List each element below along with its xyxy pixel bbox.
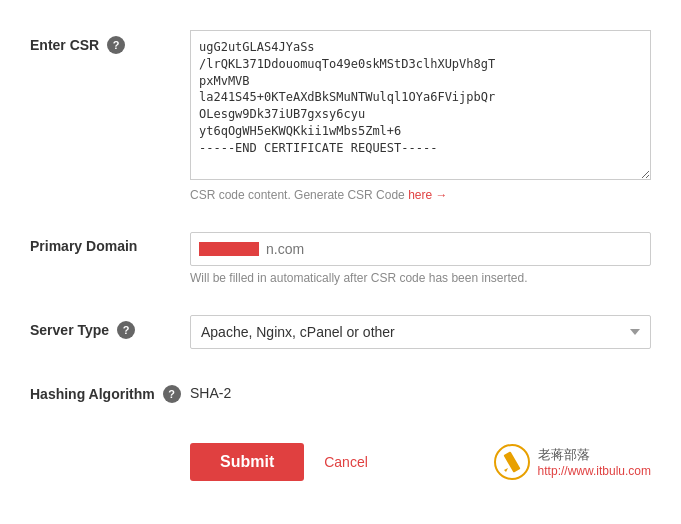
watermark-icon [494, 444, 530, 480]
server-type-field: Apache, Nginx, cPanel or otherIISTomcatO… [190, 315, 651, 349]
watermark-site-name: 老蒋部落 [538, 446, 651, 464]
form-actions: Submit Cancel 老蒋部落 http://www.itbulu.com [30, 423, 651, 491]
svg-marker-2 [504, 468, 508, 472]
primary-domain-label: Primary Domain [30, 232, 190, 254]
server-type-label-text: Server Type [30, 322, 109, 338]
hashing-label: Hashing Algorithm ? [30, 379, 190, 403]
csr-field: ugG2utGLAS4JYaSs /lrQKL371DdouomuqTo49e0… [190, 30, 651, 202]
primary-domain-row: Primary Domain Will be filled in automat… [30, 222, 651, 285]
server-type-select[interactable]: Apache, Nginx, cPanel or otherIISTomcatO… [190, 315, 651, 349]
server-type-row: Server Type ? Apache, Nginx, cPanel or o… [30, 305, 651, 349]
primary-domain-field: Will be filled in automatically after CS… [190, 232, 651, 285]
submit-button[interactable]: Submit [190, 443, 304, 481]
csr-label-text: Enter CSR [30, 37, 99, 53]
watermark-info: 老蒋部落 http://www.itbulu.com [538, 446, 651, 478]
server-type-help-icon[interactable]: ? [117, 321, 135, 339]
csr-hint-text: CSR code content. Generate CSR Code [190, 188, 405, 202]
primary-domain-label-text: Primary Domain [30, 238, 137, 254]
hashing-row: Hashing Algorithm ? SHA-2 [30, 369, 651, 403]
csr-textarea[interactable]: ugG2utGLAS4JYaSs /lrQKL371DdouomuqTo49e0… [190, 30, 651, 180]
hashing-field: SHA-2 [190, 379, 651, 401]
cancel-link[interactable]: Cancel [324, 454, 368, 470]
domain-hint-text: Will be filled in automatically after CS… [190, 271, 651, 285]
hashing-label-text: Hashing Algorithm [30, 386, 155, 402]
primary-domain-input[interactable] [190, 232, 651, 266]
watermark: 老蒋部落 http://www.itbulu.com [494, 444, 651, 480]
csr-label: Enter CSR ? [30, 30, 190, 54]
watermark-site-url: http://www.itbulu.com [538, 464, 651, 478]
csr-row: Enter CSR ? ugG2utGLAS4JYaSs /lrQKL371Dd… [30, 20, 651, 202]
hashing-value: SHA-2 [190, 379, 651, 401]
server-type-label: Server Type ? [30, 315, 190, 339]
csr-hint: CSR code content. Generate CSR Code here… [190, 188, 651, 202]
csr-help-icon[interactable]: ? [107, 36, 125, 54]
csr-hint-link[interactable]: here → [408, 188, 447, 202]
hashing-help-icon[interactable]: ? [163, 385, 181, 403]
